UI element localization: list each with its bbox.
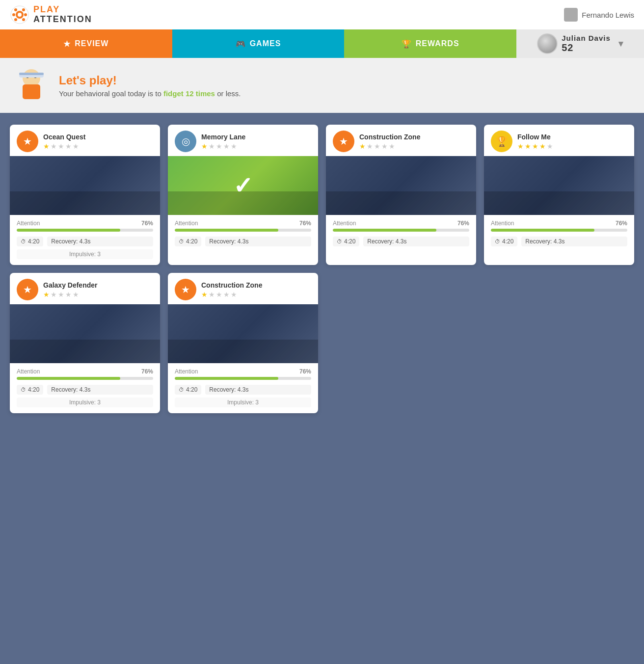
star-empty: ★	[381, 142, 388, 150]
clock-icon: ⏱	[179, 239, 184, 244]
attention-pct: 76%	[616, 220, 627, 227]
clock-icon: ⏱	[21, 387, 26, 393]
star-empty: ★	[51, 142, 57, 150]
nav-rewards-label: REWARDS	[416, 39, 459, 48]
svg-point-8	[22, 18, 25, 21]
star-icon: ★	[63, 39, 71, 49]
attention-pct: 76%	[141, 220, 153, 227]
hero-text-after: or less.	[217, 89, 241, 98]
meta-time: ⏱ 4:20	[175, 385, 201, 395]
meta-row: ⏱ 4:20 Recovery: 4.3s	[17, 385, 153, 395]
nav-games-label: GAMES	[250, 39, 281, 48]
star-empty: ★	[73, 291, 79, 298]
star-filled: ★	[43, 142, 50, 150]
card-title-area: Galaxy Defender ★★★★★	[43, 281, 98, 298]
logo-play: PLAY	[33, 5, 92, 15]
star-empty: ★	[65, 142, 72, 150]
header-username: Fernando Lewis	[582, 11, 634, 19]
star-empty: ★	[547, 142, 553, 150]
card-title-area: Follow Me ★★★★★	[517, 133, 553, 150]
card-title: Construction Zone	[201, 281, 262, 289]
card-image-dark	[168, 304, 318, 363]
star-empty: ★	[389, 142, 395, 150]
card-icon: ★	[17, 131, 38, 152]
attention-row: Attention 76%	[175, 220, 311, 227]
star-empty: ★	[51, 291, 57, 298]
meta-recovery: Recovery: 4.3s	[205, 385, 311, 395]
star-empty: ★	[209, 291, 215, 298]
card-title-area: Construction Zone ★★★★★	[201, 281, 262, 298]
recovery-value: Recovery: 4.3s	[209, 238, 248, 245]
recovery-value: Recovery: 4.3s	[51, 238, 90, 245]
star-filled: ★	[201, 142, 208, 150]
attention-progress-bar	[17, 377, 153, 380]
card-header: ★ Construction Zone ★★★★★	[326, 125, 476, 156]
nav-games[interactable]: 🎮 GAMES	[172, 29, 345, 58]
card-icon: ★	[175, 279, 196, 300]
card-stats: Attention 76% ⏱ 4:20 Recovery: 4.3s Impu…	[10, 363, 160, 413]
card-header: ★ Ocean Quest ★★★★★	[10, 125, 160, 156]
attention-progress-bar	[491, 229, 627, 232]
star-filled: ★	[525, 142, 531, 150]
game-card-ocean-quest[interactable]: ★ Ocean Quest ★★★★★ Attention 76%	[10, 125, 160, 265]
game-grid-row2: ★ Galaxy Defender ★★★★★ Attention 76%	[10, 273, 634, 413]
star-filled: ★	[359, 142, 366, 150]
meta-row: ⏱ 4:20 Recovery: 4.3s	[175, 385, 311, 395]
card-icon: ◎	[175, 131, 196, 152]
hero-highlight: fidget 12 times	[163, 89, 215, 98]
card-image-green: ✓	[168, 156, 318, 215]
nav-review[interactable]: ★ REVIEW	[0, 29, 172, 58]
star-empty: ★	[223, 291, 230, 298]
time-value: 4:20	[186, 238, 197, 245]
attention-label: Attention	[333, 220, 356, 227]
game-card-construction-zone-1[interactable]: ★ Construction Zone ★★★★★ Attention 76%	[326, 125, 476, 265]
meta-row: ⏱ 4:20 Recovery: 4.3s	[175, 237, 311, 246]
game-card-follow-me[interactable]: 🏆 Follow Me ★★★★★ Attention 76%	[484, 125, 634, 265]
card-image-dark	[10, 156, 160, 215]
icon-symbol: ★	[23, 284, 32, 295]
nav-profile[interactable]: Julian Davis 52 ▾	[516, 29, 644, 58]
game-card-memory-lane[interactable]: ◎ Memory Lane ★★★★★ ✓ Attention 76%	[168, 125, 318, 265]
time-value: 4:20	[28, 386, 39, 393]
svg-point-2	[18, 13, 22, 17]
star-empty: ★	[231, 291, 237, 298]
star-filled: ★	[43, 291, 50, 298]
time-value: 4:20	[186, 386, 197, 393]
recovery-value: Recovery: 4.3s	[367, 238, 406, 245]
nav-rewards[interactable]: 🏆 REWARDS	[344, 29, 516, 58]
time-value: 4:20	[344, 238, 355, 245]
meta-time: ⏱ 4:20	[17, 237, 43, 246]
attention-progress-fill	[17, 229, 120, 232]
star-filled: ★	[201, 291, 208, 298]
attention-label: Attention	[17, 368, 40, 375]
attention-progress-fill	[491, 229, 594, 232]
attention-progress-fill	[333, 229, 436, 232]
star-empty: ★	[73, 142, 79, 150]
star-empty: ★	[374, 142, 380, 150]
meta-recovery: Recovery: 4.3s	[47, 237, 153, 246]
card-icon: ★	[17, 279, 38, 300]
star-filled: ★	[532, 142, 538, 150]
attention-progress-fill	[175, 229, 278, 232]
game-card-galaxy-defender[interactable]: ★ Galaxy Defender ★★★★★ Attention 76%	[10, 273, 160, 413]
game-card-construction-zone-2[interactable]: ★ Construction Zone ★★★★★ Attention 76%	[168, 273, 318, 413]
attention-row: Attention 76%	[175, 368, 311, 375]
icon-symbol: ◎	[182, 135, 190, 147]
header-user-info: Fernando Lewis	[564, 8, 634, 22]
attention-pct: 76%	[299, 368, 311, 375]
logo: PLAY ATTENTION	[10, 5, 92, 25]
star-empty: ★	[223, 142, 230, 150]
attention-progress-bar	[175, 377, 311, 380]
gamepad-icon: 🎮	[236, 39, 246, 49]
star-empty: ★	[65, 291, 72, 298]
attention-row: Attention 76%	[17, 220, 153, 227]
card-stars: ★★★★★	[359, 142, 420, 150]
meta-time: ⏱ 4:20	[17, 385, 43, 395]
clock-icon: ⏱	[21, 239, 26, 244]
card-header: ★ Construction Zone ★★★★★	[168, 273, 318, 304]
clock-icon: ⏱	[179, 387, 184, 393]
svg-point-6	[24, 13, 27, 16]
card-stars: ★★★★★	[517, 142, 553, 150]
impulsive-stat: Impulsive: 3	[17, 249, 153, 259]
star-empty: ★	[58, 142, 64, 150]
